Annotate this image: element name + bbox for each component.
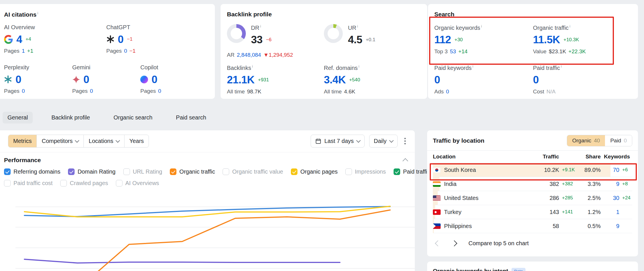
paid-keywords-subline: Ads0	[434, 89, 533, 95]
sub-segment: Top 3	[434, 48, 448, 55]
domain-rating-subline: AR2,848,084▼1,294,952	[227, 52, 324, 58]
sub-segment: 4.6K	[344, 89, 355, 95]
metric-checkbox-referring-domains[interactable]: Referring domains	[4, 168, 60, 175]
info-icon[interactable]: i	[260, 24, 261, 28]
collapse-section-icon[interactable]	[402, 158, 408, 164]
location-row-in[interactable]: India382+3823.3%9+8	[433, 177, 632, 191]
location-name: South Korea	[444, 167, 476, 173]
more-options-button[interactable]	[402, 136, 408, 147]
checkbox-unchecked[interactable]	[123, 168, 130, 175]
info-icon[interactable]: i	[561, 64, 562, 68]
info-icon[interactable]: i	[472, 64, 473, 68]
series-domain-rating	[24, 259, 340, 263]
checkbox-checked[interactable]	[68, 168, 75, 175]
location-row-tr[interactable]: Turkey143+1411.2%1	[433, 205, 632, 219]
perplexity-icon	[4, 75, 12, 83]
tab-paid-search[interactable]: Paid search	[171, 112, 211, 123]
sub-segment: AR	[227, 52, 234, 58]
chatgpt-label: ChatGPT	[106, 24, 209, 31]
metrics-filter-group: MetricsCompetitorsLocationsYears	[8, 135, 149, 148]
filter-segment-locations[interactable]: Locations	[83, 135, 124, 147]
checkbox-row: Paid traffic costCrawled pagesAI Overvie…	[4, 180, 408, 186]
filter-segment-competitors[interactable]: Competitors	[36, 135, 83, 147]
filter-segment-years[interactable]: Years	[124, 135, 149, 147]
metric-checkbox-impressions[interactable]: Impressions	[345, 168, 386, 175]
col-keywords: Keywords	[601, 154, 632, 160]
metric-checkbox-organic-traffic-value[interactable]: Organic traffic value	[223, 168, 283, 175]
backlinks-value: 21.1K	[227, 74, 254, 85]
checkbox-label: Impressions	[355, 168, 386, 175]
sub-segment: All time	[324, 89, 342, 95]
checkbox-unchecked[interactable]	[60, 180, 67, 186]
metric-checkbox-organic-pages[interactable]: Organic pages	[291, 168, 338, 175]
info-icon[interactable]: i	[37, 11, 38, 15]
ai-card-title: AI citationsi	[4, 11, 38, 18]
info-icon[interactable]: i	[357, 24, 358, 28]
perplexity-block: Perplexity0Pages0	[4, 64, 72, 94]
metric-checkbox-domain-rating[interactable]: Domain Rating	[68, 168, 115, 175]
metric-row: DRi33−6AR2,848,084▼1,294,952URi4.5+0.1	[227, 24, 421, 58]
granularity-button[interactable]: Daily	[369, 135, 397, 148]
checkbox-unchecked[interactable]	[4, 180, 11, 186]
checkbox-checked[interactable]	[394, 168, 400, 175]
sub-segment: Pages	[72, 88, 88, 94]
next-page-icon[interactable]	[451, 240, 457, 246]
toggle-organic-count: 40	[594, 138, 600, 144]
metric-checkbox-organic-traffic[interactable]: Organic traffic	[170, 168, 215, 175]
ref-domains-subline: All time4.6K	[324, 89, 421, 95]
metric-checkbox-paid-traffic[interactable]: Paid traffic	[394, 168, 430, 175]
location-name: Philippines	[444, 223, 472, 229]
ai-overview-value: 4	[16, 34, 22, 45]
checkbox-unchecked[interactable]	[223, 168, 229, 175]
section-tabs: GeneralBacklink profileOrganic searchPai…	[3, 111, 211, 124]
sub-segment: Pages	[140, 88, 156, 94]
domain-rating-donut-chart	[227, 24, 246, 43]
tab-organic-search[interactable]: Organic search	[109, 112, 157, 123]
date-range-button[interactable]: Last 7 days	[311, 135, 365, 148]
page: AI citationsiAI Overview4+4Pages1+1ChatG…	[0, 0, 644, 271]
metric-row: Paid keywordsi0Ads0Paid traffici0CostN/A	[434, 64, 632, 95]
toggle-organic[interactable]: Organic 40	[567, 135, 605, 146]
performance-title: Performance	[4, 157, 41, 164]
checkbox-label: AI Overviews	[125, 180, 159, 186]
checkbox-checked[interactable]	[291, 168, 297, 175]
info-icon[interactable]: i	[359, 64, 359, 68]
sub-segment: 53	[450, 48, 456, 55]
checkbox-checked[interactable]	[170, 168, 176, 175]
organic-keywords-block: Organic keywordsi112+30Top 353+14	[434, 24, 533, 55]
checkbox-unchecked[interactable]	[345, 168, 352, 175]
metric-checkbox-paid-traffic-cost[interactable]: Paid traffic cost	[4, 180, 52, 186]
traffic-by-location-panel: Traffic by location Organic 40 Paid 0 Lo…	[427, 130, 638, 256]
url-rating-block: URi4.5+0.1	[324, 24, 421, 58]
compare-top5-link[interactable]: Compare top 5 on chart	[468, 240, 529, 247]
paid-keywords-block: Paid keywordsi0Ads0	[434, 64, 533, 95]
checkbox-unchecked[interactable]	[116, 180, 122, 186]
metric-checkbox-crawled-pages[interactable]: Crawled pages	[60, 180, 108, 186]
location-row-ph[interactable]: Philippines580.5%9	[433, 219, 632, 233]
sub-segment: 0	[124, 48, 127, 54]
metric-checkbox-url-rating[interactable]: URL Rating	[123, 168, 162, 175]
info-icon[interactable]: i	[569, 24, 570, 28]
chevron-down-icon	[356, 138, 361, 143]
prev-page-icon[interactable]	[435, 240, 441, 246]
checkbox-checked[interactable]	[4, 168, 11, 175]
location-row-kr[interactable]: South Korea10.2K+9.1K89.0%70+6	[433, 163, 632, 177]
info-icon[interactable]: i	[481, 24, 482, 28]
metric-checkbox-rows: Referring domainsDomain RatingURL Rating…	[0, 168, 415, 186]
domain-rating-block: DRi33−6AR2,848,084▼1,294,952	[227, 24, 324, 58]
metric-row: AI Overview4+4Pages1+1ChatGPT0−1Pages0−1	[4, 24, 209, 54]
location-row-us[interactable]: United States286+2852.5%30+24	[433, 191, 632, 205]
filter-segment-metrics[interactable]: Metrics	[8, 135, 36, 147]
metric-checkbox-ai-overviews[interactable]: AI Overviews	[116, 180, 159, 186]
traffic-value: 286	[510, 195, 559, 201]
tab-general[interactable]: General	[3, 112, 33, 123]
tab-backlink-profile[interactable]: Backlink profile	[46, 112, 95, 123]
ref-domains-block: Ref. domainsi3.4K+540All time4.6K	[324, 64, 421, 95]
granularity-label: Daily	[374, 138, 386, 144]
toggle-paid[interactable]: Paid 0	[605, 135, 632, 146]
sub-segment: All time	[227, 89, 245, 95]
info-icon[interactable]: i	[252, 64, 253, 68]
checkbox-label: Paid traffic cost	[13, 180, 52, 186]
sub-segment: 2,848,084	[237, 52, 261, 58]
paid-traffic-block: Paid traffici0CostN/A	[533, 64, 632, 95]
